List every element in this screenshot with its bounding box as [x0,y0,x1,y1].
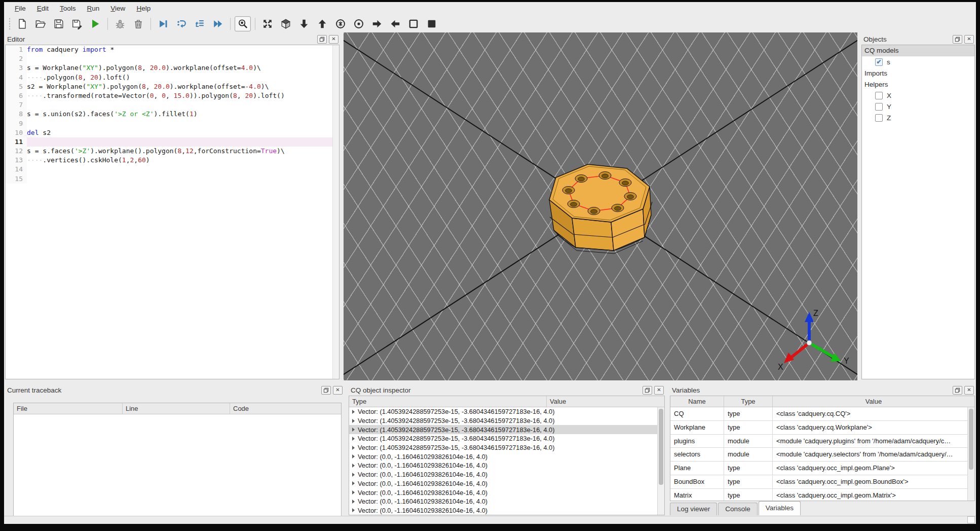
view-left-button[interactable] [387,16,403,31]
close-button[interactable]: ✕ [329,35,338,44]
objects-tree-item-s[interactable]: ✔s [862,56,974,67]
tab-console[interactable]: Console [718,503,758,515]
unchecked-checkbox[interactable] [875,92,883,99]
expand-triangle-icon[interactable] [352,473,355,477]
return-button[interactable] [192,16,208,31]
step-button[interactable] [155,16,171,31]
editor-line-9[interactable]: 9 [6,119,339,128]
float-button[interactable] [953,35,962,44]
iso-view-button[interactable] [278,16,294,31]
inspector-row[interactable]: Vector: (1.4053924288597253e-15, -3.6804… [349,434,658,443]
variables-row-boundbox[interactable]: BoundBoxtype<class 'cadquery.occ_impl.ge… [670,475,974,489]
tab-variables[interactable]: Variables [759,501,801,515]
variables-row-matrix[interactable]: Matrixtype<class 'cadquery.occ_impl.geom… [670,489,974,501]
expand-triangle-icon[interactable] [352,410,355,414]
editor-line-8[interactable]: 8s = s.union(s2).faces('>Z or <Z').fille… [6,110,339,119]
unchecked-checkbox[interactable] [875,114,883,122]
editor-line-5[interactable]: 5s2 = Workplane("XY").polygon(8, 20.0).w… [6,82,339,91]
inspector-row[interactable]: Vector: (0.0, -1.1604610293826104e-16, 4… [349,497,658,506]
expand-triangle-icon[interactable] [352,500,355,504]
3d-viewport[interactable]: Z X Y [344,32,857,380]
editor-line-4[interactable]: 4····.polygon(8, 20).loft() [6,73,339,82]
traceback-col-line[interactable]: Line [123,403,230,414]
expand-triangle-icon[interactable] [352,481,355,485]
view-top-button[interactable] [314,16,330,31]
close-button[interactable]: ✕ [333,386,343,395]
expand-triangle-icon[interactable] [352,419,355,423]
fit-all-button[interactable] [259,16,276,31]
save-button[interactable] [51,16,67,31]
variables-row-cq[interactable]: CQtype<class 'cadquery.cq.CQ'> [670,407,974,421]
inspector-table[interactable]: Type Value Vector: (1.4053924288597253e-… [349,396,665,515]
expand-triangle-icon[interactable] [352,454,355,458]
float-button[interactable] [317,35,327,44]
editor-line-1[interactable]: 1from cadquery import * [6,45,339,54]
delete-traces-button[interactable] [130,16,146,31]
wireframe-button[interactable] [405,16,422,31]
variables-col-type[interactable]: Type [724,396,773,407]
objects-tree-item-helpers[interactable]: Helpers [862,79,974,90]
close-button[interactable]: ✕ [964,386,974,395]
step-in-button[interactable] [173,16,190,31]
objects-tree-item-z[interactable]: Z [862,112,974,123]
expand-triangle-icon[interactable] [352,428,355,432]
new-file-button[interactable] [14,16,30,31]
variables-row-plane[interactable]: Planetype<class 'cadquery.occ_impl.geom.… [670,462,974,475]
editor-line-7[interactable]: 7 [6,100,339,110]
inspector-row[interactable]: Vector: (0.0, -1.1604610293826104e-16, 4… [349,470,658,479]
inspector-row[interactable]: Vector: (0.0, -1.1604610293826104e-16, 4… [349,506,658,515]
open-file-button[interactable] [32,16,49,31]
editor-line-2[interactable]: 2 [6,54,339,63]
variables-scrollbar-thumb[interactable] [969,409,973,470]
objects-tree-item-imports[interactable]: Imports [862,67,974,79]
variables-row-workplane[interactable]: Workplanetype<class 'cadquery.cq.Workpla… [670,421,974,435]
traceback-table[interactable]: File Line Code [13,403,342,516]
inspector-row[interactable]: Vector: (0.0, -1.1604610293826104e-16, 4… [349,461,658,470]
expand-triangle-icon[interactable] [352,446,355,450]
editor-line-10[interactable]: 10del s2 [6,128,339,137]
inspector-row[interactable]: Vector: (0.0, -1.1604610293826104e-16, 4… [349,488,658,497]
toolbar-drag-handle[interactable] [8,17,11,30]
unchecked-checkbox[interactable] [875,103,883,111]
traceback-col-code[interactable]: Code [230,403,341,414]
inspector-row[interactable]: Vector: (1.4053924288597253e-15, -3.6804… [349,443,658,452]
view-right-button[interactable] [369,16,385,31]
close-button[interactable]: ✕ [654,386,664,395]
inspector-row[interactable]: Vector: (1.4053924288597253e-15, -3.6804… [349,425,658,434]
variables-row-selectors[interactable]: selectorsmodule<module 'cadquery.selecto… [670,448,974,462]
traceback-col-file[interactable]: File [14,403,123,414]
inspector-scrollbar[interactable] [657,407,664,515]
checked-checkbox[interactable]: ✔ [875,58,883,66]
float-button[interactable] [953,386,962,395]
view-bottom-button[interactable] [296,16,312,31]
menu-file[interactable]: File [9,3,31,14]
inspect-button[interactable] [235,16,251,31]
menu-help[interactable]: Help [131,3,156,14]
view-back-button[interactable] [351,16,367,31]
inspector-scrollbar-thumb[interactable] [659,409,663,485]
code-editor[interactable]: 1from cadquery import *23s = Workplane("… [5,45,340,379]
menu-edit[interactable]: Edit [31,3,54,14]
menu-view[interactable]: View [105,3,131,14]
menu-tools[interactable]: Tools [54,3,82,14]
cad-model-3d[interactable] [539,150,660,266]
editor-line-15[interactable]: 15 [6,174,339,184]
resize-grip[interactable] [967,516,975,523]
menu-run[interactable]: Run [82,3,105,14]
editor-line-12[interactable]: 12s = s.faces('>Z').workplane().polygon(… [6,147,339,156]
inspector-row[interactable]: Vector: (1.4053924288597253e-15, -3.6804… [349,407,658,416]
expand-triangle-icon[interactable] [352,508,355,512]
tab-log-viewer[interactable]: Log viewer [670,503,717,515]
inspector-row[interactable]: Vector: (0.0, -1.1604610293826104e-16, 4… [349,452,658,461]
objects-group-header[interactable]: CQ models [862,45,974,56]
objects-tree-item-y[interactable]: Y [862,101,974,112]
variables-scrollbar[interactable] [967,407,974,501]
editor-scrollbar[interactable] [332,45,339,379]
variables-col-value[interactable]: Value [773,396,974,407]
expand-triangle-icon[interactable] [352,464,355,468]
editor-line-6[interactable]: 6····.transformed(rotate=Vector(0, 0, 15… [6,91,339,100]
inspector-col-type[interactable]: Type [349,396,547,407]
objects-tree-item-x[interactable]: X [862,90,974,101]
inspector-row[interactable]: Vector: (1.4053924288597253e-15, -3.6804… [349,416,658,426]
close-button[interactable]: ✕ [964,35,974,44]
